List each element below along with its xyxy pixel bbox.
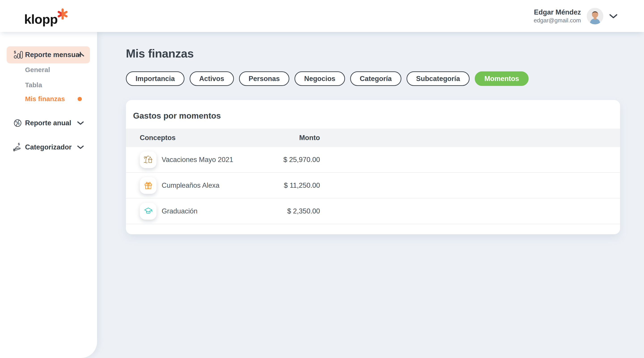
- table-row: Cumpleaños Alexa $ 11,250.00: [126, 173, 620, 198]
- brand-logo-text: klopp: [24, 13, 58, 26]
- filter-activos[interactable]: Activos: [190, 71, 234, 86]
- concept-label: Vacaciones Mayo 2021: [162, 156, 233, 164]
- sidebar-item-mis-finanzas[interactable]: Mis finanzas: [25, 94, 65, 104]
- amount-value: $ 25,970.00: [253, 156, 320, 164]
- chevron-up-icon: [77, 53, 84, 57]
- chevron-down-icon: [77, 121, 84, 125]
- filter-importancia[interactable]: Importancia: [126, 71, 184, 86]
- user-menu[interactable]: Edgar Méndez edgar@gmail.com: [534, 8, 618, 24]
- brand-logo[interactable]: klopp: [24, 7, 68, 26]
- filter-negocios[interactable]: Negocios: [294, 71, 345, 86]
- sidebar-item-reporte-anual[interactable]: % $ Reporte anual: [0, 117, 97, 129]
- vacation-icon: [143, 155, 154, 165]
- filter-categoria[interactable]: Categoría: [350, 71, 402, 86]
- svg-text:%: %: [15, 120, 17, 123]
- sidebar-item-reporte-mensual[interactable]: $ Reporte mensual: [7, 46, 90, 63]
- top-header: klopp Edgar Méndez edgar@gmail.com: [0, 0, 644, 32]
- user-chevron-down-icon[interactable]: [609, 14, 618, 19]
- table-header-row: Conceptos Monto: [126, 129, 620, 147]
- chevron-down-icon: [77, 145, 84, 149]
- avatar[interactable]: [587, 8, 603, 24]
- sidebar-item-general[interactable]: General: [25, 65, 50, 75]
- gastos-card: Gastos por momentos Conceptos Monto: [126, 100, 620, 234]
- mis-finanzas-active-dot: [78, 97, 82, 101]
- concept-label: Cumpleaños Alexa: [162, 181, 220, 190]
- concept-label: Graduación: [162, 207, 198, 215]
- filter-personas[interactable]: Personas: [239, 71, 290, 86]
- column-header-conceptos: Conceptos: [140, 134, 176, 142]
- icon-tile: [140, 151, 156, 168]
- hand-money-icon: $: [13, 142, 23, 152]
- sidebar-item-tabla[interactable]: Tabla: [25, 80, 42, 90]
- sidebar: $ Reporte mensual General Tabla Mis fina…: [0, 32, 97, 358]
- card-title: Gastos por momentos: [133, 111, 221, 121]
- user-email: edgar@gmail.com: [534, 17, 581, 24]
- svg-text:$: $: [14, 50, 16, 54]
- amount-value: $ 11,250.00: [253, 181, 320, 190]
- user-name: Edgar Méndez: [534, 8, 581, 17]
- filter-subcategoria[interactable]: Subcategoría: [406, 71, 470, 86]
- svg-text:$: $: [18, 122, 20, 125]
- column-header-monto: Monto: [253, 134, 320, 142]
- sidebar-item-label: Categorizador: [25, 143, 72, 151]
- gift-icon: [143, 180, 154, 191]
- bar-chart-money-icon: $: [14, 50, 23, 60]
- icon-tile: [140, 203, 156, 219]
- table-row: Graduación $ 2,350.00: [126, 198, 620, 224]
- table-row: Vacaciones Mayo 2021 $ 25,970.00: [126, 147, 620, 173]
- page-title: Mis finanzas: [126, 47, 194, 60]
- graduation-icon: [143, 206, 154, 216]
- filter-bar: Importancia Activos Personas Negocios Ca…: [126, 71, 528, 86]
- pie-chart-money-icon: % $: [13, 118, 22, 128]
- table-body: Vacaciones Mayo 2021 $ 25,970.00: [126, 147, 620, 224]
- sidebar-item-label: Reporte mensual: [25, 51, 82, 59]
- brand-asterisk-icon: [57, 8, 68, 20]
- sidebar-item-label: Reporte anual: [25, 119, 71, 127]
- icon-tile: [140, 177, 156, 194]
- sidebar-item-categorizador[interactable]: $ Categorizador: [0, 141, 97, 154]
- main-content: Mis finanzas Importancia Activos Persona…: [97, 32, 644, 358]
- filter-momentos[interactable]: Momentos: [475, 71, 528, 86]
- svg-text:$: $: [18, 142, 20, 146]
- amount-value: $ 2,350.00: [253, 207, 320, 215]
